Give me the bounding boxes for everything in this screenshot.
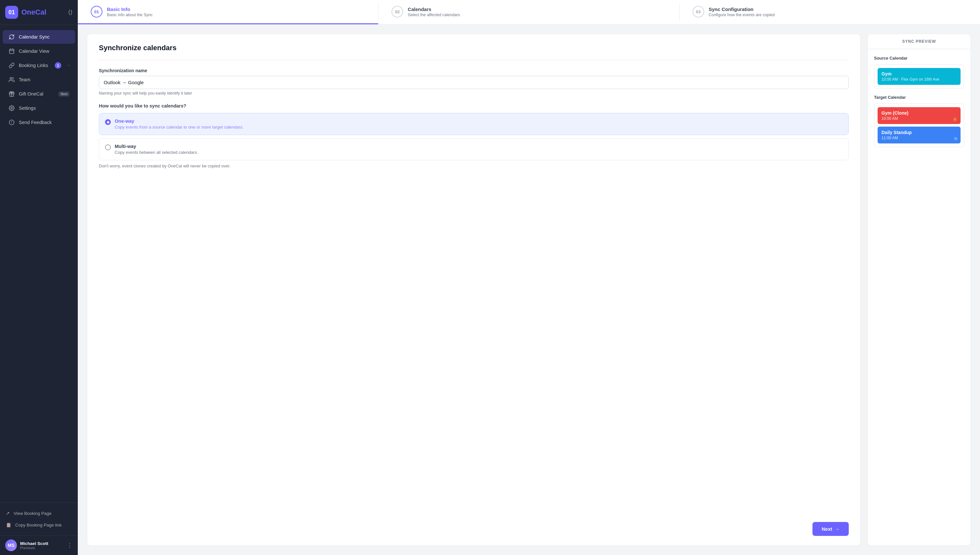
sidebar-item-settings[interactable]: Settings bbox=[3, 101, 75, 115]
gift-icon bbox=[8, 91, 15, 97]
next-label: Next bbox=[822, 526, 832, 532]
one-way-radio[interactable] bbox=[105, 119, 111, 125]
external-link-icon: ↗ bbox=[6, 511, 10, 516]
target-event-sub-1: 10:00 AM bbox=[882, 116, 957, 121]
step-number-1: 01 bbox=[91, 6, 102, 18]
target-event-sub-2: 11:00 AM bbox=[882, 136, 957, 140]
one-way-radio-dot bbox=[107, 121, 109, 124]
step-info-1: Basic Info Basic info about the Sync bbox=[107, 6, 153, 17]
sidebar-item-team[interactable]: Team bbox=[3, 73, 75, 87]
source-event-title: Gym bbox=[882, 71, 957, 76]
source-event-gym: Gym 10:00 AM · Flex Gym on 16th Ave bbox=[878, 68, 961, 85]
sidebar: 01 OneCal ⟨⟩ Calendar Sync Calendar View… bbox=[0, 0, 78, 555]
booking-links-badge: 1 bbox=[55, 62, 61, 69]
step-title-3: Sync Configuration bbox=[709, 6, 775, 12]
one-way-text: One-way Copy events from a source calend… bbox=[115, 119, 243, 130]
clone-icon: ⧉ bbox=[954, 136, 957, 141]
step-subtitle-2: Select the affected calendars bbox=[408, 13, 460, 17]
calendar-sync-icon bbox=[8, 34, 15, 40]
stepper: 01 Basic Info Basic info about the Sync … bbox=[78, 0, 980, 25]
one-way-desc: Copy events from a source calendar to on… bbox=[115, 125, 243, 130]
team-icon bbox=[8, 76, 15, 83]
content-area: Synchronize calendars Synchronization na… bbox=[78, 25, 980, 555]
sidebar-item-calendar-view[interactable]: Calendar View bbox=[3, 44, 75, 58]
multi-way-title: Multi-way bbox=[115, 144, 198, 149]
view-booking-page-label: View Booking Page bbox=[14, 511, 51, 516]
preview-panel: SYNC PREVIEW Source Calendar Gym 10:00 A… bbox=[867, 34, 971, 546]
step-info-2: Calendars Select the affected calendars bbox=[408, 6, 460, 17]
svg-rect-0 bbox=[10, 49, 14, 54]
target-calendar-label: Target Calendar bbox=[874, 95, 964, 100]
sidebar-logo: 01 OneCal ⟨⟩ bbox=[0, 0, 78, 25]
copy-booking-link[interactable]: 📋 Copy Booking Page link bbox=[0, 519, 78, 531]
next-button[interactable]: Next → bbox=[813, 522, 849, 536]
lock-icon: 🔒 bbox=[953, 117, 957, 122]
sidebar-item-label: Gift OneCal bbox=[19, 91, 43, 96]
user-tier: Premium bbox=[20, 546, 64, 550]
step-subtitle-3: Configure how the events are copied bbox=[709, 13, 775, 17]
preview-header: SYNC PREVIEW bbox=[867, 34, 970, 49]
form-divider bbox=[99, 60, 849, 60]
logo-one: One bbox=[21, 8, 35, 16]
main-content: 01 Basic Info Basic info about the Sync … bbox=[78, 0, 980, 555]
step-number-2: 02 bbox=[391, 6, 403, 18]
user-more-icon[interactable]: ⋮ bbox=[67, 542, 72, 549]
booking-links-arrow-icon: › bbox=[68, 63, 69, 68]
gift-new-badge: New bbox=[59, 91, 69, 96]
step-info-3: Sync Configuration Configure how the eve… bbox=[709, 6, 775, 17]
logo-two: Cal bbox=[35, 8, 46, 16]
next-arrow-icon: → bbox=[835, 526, 840, 532]
step-subtitle-1: Basic info about the Sync bbox=[107, 13, 153, 17]
target-event-title-2: Daily Standup bbox=[882, 130, 957, 135]
avatar: MS bbox=[5, 539, 17, 551]
clone-notice: Don't worry, event clones created by One… bbox=[99, 164, 849, 168]
sync-name-hint: Naming your sync will help you easily id… bbox=[99, 91, 849, 96]
user-section: MS Michael Scott Premium ⋮ bbox=[0, 535, 78, 555]
sync-type-section: How would you like to sync calendars? On… bbox=[99, 103, 849, 168]
sidebar-item-label: Calendar Sync bbox=[19, 34, 50, 40]
multi-way-option[interactable]: Multi-way Copy events between all select… bbox=[99, 138, 849, 160]
step-sync-config[interactable]: 03 Sync Configuration Configure how the … bbox=[679, 0, 980, 24]
logo-badge: 01 bbox=[5, 6, 18, 19]
svg-point-7 bbox=[11, 107, 13, 109]
sidebar-item-send-feedback[interactable]: Send Feedback bbox=[3, 115, 75, 129]
step-title-1: Basic Info bbox=[107, 6, 153, 12]
sidebar-item-label: Booking Links bbox=[19, 63, 48, 68]
user-name: Michael Scott bbox=[20, 541, 64, 546]
sync-type-label: How would you like to sync calendars? bbox=[99, 103, 849, 109]
multi-way-radio[interactable] bbox=[105, 144, 111, 150]
settings-icon bbox=[8, 105, 15, 111]
sidebar-item-gift-onecal[interactable]: Gift OneCal New bbox=[3, 87, 75, 101]
source-calendar-box: Gym 10:00 AM · Flex Gym on 16th Ave bbox=[874, 64, 964, 88]
multi-way-desc: Copy events between all selected calenda… bbox=[115, 150, 198, 155]
step-basic-info[interactable]: 01 Basic Info Basic info about the Sync bbox=[78, 0, 378, 24]
form-card: Synchronize calendars Synchronization na… bbox=[87, 34, 861, 546]
sidebar-item-booking-links[interactable]: Booking Links 1 › bbox=[3, 59, 75, 72]
user-info: Michael Scott Premium bbox=[20, 541, 64, 550]
step-title-2: Calendars bbox=[408, 6, 460, 12]
sidebar-bottom: ↗ View Booking Page 📋 Copy Booking Page … bbox=[0, 502, 78, 535]
step-calendars[interactable]: 02 Calendars Select the affected calenda… bbox=[378, 0, 679, 24]
booking-links-icon bbox=[8, 62, 15, 69]
source-event-sub: 10:00 AM · Flex Gym on 16th Ave bbox=[882, 77, 957, 82]
target-event-gym-clone: Gym (Clone) 10:00 AM 🔒 bbox=[878, 107, 961, 124]
form-title: Synchronize calendars bbox=[99, 44, 849, 52]
sidebar-item-calendar-sync[interactable]: Calendar Sync bbox=[3, 30, 75, 44]
target-event-title-1: Gym (Clone) bbox=[882, 111, 957, 115]
svg-point-4 bbox=[10, 77, 12, 79]
calendar-view-icon bbox=[8, 48, 15, 55]
sync-name-input[interactable] bbox=[99, 76, 849, 89]
preview-body: Source Calendar Gym 10:00 AM · Flex Gym … bbox=[867, 49, 970, 545]
step-number-3: 03 bbox=[692, 6, 704, 18]
collapse-sidebar-icon[interactable]: ⟨⟩ bbox=[68, 9, 72, 16]
form-actions: Next → bbox=[99, 522, 849, 536]
copy-icon: 📋 bbox=[6, 522, 11, 528]
one-way-option[interactable]: One-way Copy events from a source calend… bbox=[99, 113, 849, 135]
sync-name-field: Synchronization name Naming your sync wi… bbox=[99, 68, 849, 96]
multi-way-text: Multi-way Copy events between all select… bbox=[115, 144, 198, 155]
sidebar-item-label: Calendar View bbox=[19, 48, 49, 54]
sidebar-item-label: Settings bbox=[19, 106, 35, 111]
view-booking-page-link[interactable]: ↗ View Booking Page bbox=[0, 507, 78, 519]
target-event-daily-standup: Daily Standup 11:00 AM ⧉ bbox=[878, 127, 961, 143]
sidebar-nav: Calendar Sync Calendar View Booking Link… bbox=[0, 25, 78, 502]
